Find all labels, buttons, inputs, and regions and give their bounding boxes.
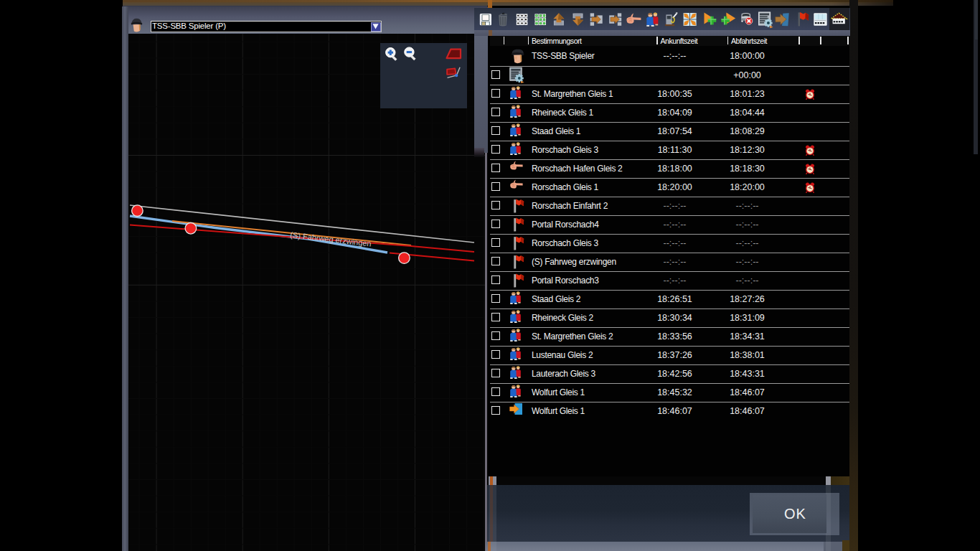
svg-text:(S) Fahrweg erzwingen: (S) Fahrweg erzwingen: [290, 230, 372, 248]
